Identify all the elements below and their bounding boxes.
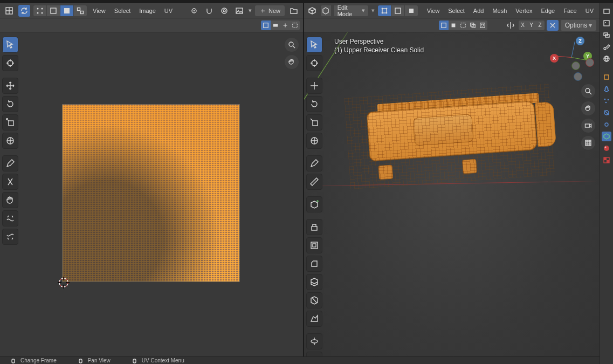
gizmo-z[interactable]: Z [576,37,584,45]
mode-dropdown[interactable]: Edit Mode ▾ [334,5,368,16]
zoom-button-icon[interactable] [285,38,299,52]
uv-display-stretch-icon[interactable] [271,20,280,30]
vp-menu-uv[interactable]: UV [583,8,596,14]
open-image-button[interactable] [288,5,300,17]
options-dropdown[interactable]: Options ▾ [561,20,596,31]
mirror-y[interactable]: Y [527,20,536,30]
prop-scene-icon[interactable] [602,42,611,52]
prop-viewlayer-icon[interactable] [602,30,611,40]
tool-spin[interactable] [306,333,322,349]
tool-move[interactable] [306,78,322,94]
mirror-icon[interactable] [505,19,516,31]
orientation-gizmo[interactable]: X Y Z [550,36,593,79]
pivot-dropdown-icon[interactable] [188,5,200,17]
tool-annotate[interactable] [2,155,18,171]
viewport-3d[interactable]: User Perspective (1) Upper Receiver Clea… [304,32,600,364]
tool-rip[interactable] [2,174,18,190]
tool-measure[interactable] [306,174,322,190]
prop-world-icon[interactable] [602,54,611,64]
editor-type-uv-icon[interactable] [3,5,15,17]
gizmo-neg-z[interactable] [574,72,582,81]
uv-menu-select[interactable]: Select [112,8,134,14]
selmode-vertex-icon[interactable] [378,5,391,16]
uv-display-outline-icon[interactable] [290,20,300,30]
uv-overlay-toggle-icon[interactable] [261,20,271,30]
tool-scale[interactable] [2,114,18,131]
pan-button-icon[interactable] [581,101,595,115]
zoom-button-icon[interactable] [581,84,595,98]
tool-add-cube[interactable] [306,196,322,212]
vp-menu-select[interactable]: Select [445,8,467,14]
mirror-x[interactable]: X [519,20,527,30]
uv-viewport[interactable] [0,32,303,356]
uv-selmode-edge-icon[interactable] [47,5,60,16]
gizmo-x[interactable]: X [550,54,559,63]
show-xray-icon[interactable] [468,20,478,30]
vp-menu-vertex[interactable]: Vertex [513,8,535,14]
tool-cursor[interactable] [2,55,18,71]
new-image-button[interactable]: ＋ New [255,5,285,16]
uv-menu-image[interactable]: Image [136,8,159,14]
mesh-object[interactable] [345,84,555,189]
gizmo-neg-y[interactable] [571,61,580,70]
show-sel-icon[interactable] [449,20,458,30]
prop-particles-icon[interactable] [602,96,611,106]
uv-sync-icon[interactable] [18,5,30,17]
tool-transform[interactable] [2,133,18,149]
uv-island-area[interactable] [63,105,239,281]
tool-move[interactable] [2,78,18,94]
tool-grab[interactable] [2,192,18,208]
prop-modifier-icon[interactable] [602,84,611,94]
prop-data-icon[interactable] [602,132,611,141]
show-whole-icon[interactable] [439,20,449,30]
tool-select-box[interactable] [306,37,322,53]
automerge-toggle-icon[interactable] [547,20,559,31]
camera-button-icon[interactable] [581,119,595,133]
prop-output-icon[interactable] [602,18,611,28]
mode-icon[interactable] [321,5,331,16]
perspective-button-icon[interactable] [581,136,595,150]
tool-knife[interactable] [306,292,322,308]
vp-menu-face[interactable]: Face [561,8,579,14]
mirror-z[interactable]: Z [536,20,545,30]
vp-menu-add[interactable]: Add [471,8,487,14]
vp-menu-mesh[interactable]: Mesh [490,8,509,14]
tool-rotate[interactable] [306,96,322,112]
vp-menu-view[interactable]: View [424,8,443,14]
selmode-face-icon[interactable] [405,5,418,16]
uv-menu-uv[interactable]: UV [162,8,175,14]
tool-transform[interactable] [306,133,322,149]
prop-render-icon[interactable] [602,6,611,16]
image-browse-icon[interactable] [233,5,245,17]
tool-inset[interactable] [306,237,322,253]
uv-selmode-vertex-icon[interactable] [33,5,46,16]
tool-loop-cut[interactable] [306,274,322,290]
snap-toggle-icon[interactable] [203,5,215,17]
tool-extrude[interactable] [306,219,322,235]
prop-constraints-icon[interactable] [602,120,611,129]
tool-annotate[interactable] [306,155,322,171]
prop-material-icon[interactable] [602,143,611,153]
editor-type-3dview-icon[interactable] [307,5,318,17]
prop-texture-icon[interactable] [602,155,611,165]
uv-display-modifier-icon[interactable] [280,20,290,30]
tool-select-box[interactable] [2,37,18,53]
tool-pinch[interactable] [2,229,18,245]
tool-rotate[interactable] [2,96,18,112]
uv-selmode-face-icon[interactable] [60,5,73,16]
pan-button-icon[interactable] [285,55,299,69]
prop-object-icon[interactable] [602,72,611,82]
tool-scale[interactable] [306,114,322,131]
gizmo-neg-x[interactable] [586,58,594,67]
tool-polybuild[interactable] [306,311,322,327]
uv-selmode-island-icon[interactable] [74,5,87,16]
proportional-toggle-icon[interactable] [218,5,230,17]
selmode-edge-icon[interactable] [391,5,404,16]
tool-relax[interactable] [2,210,18,226]
tool-bevel[interactable] [306,256,322,272]
vp-menu-edge[interactable]: Edge [539,8,558,14]
prop-physics-icon[interactable] [602,108,611,118]
show-hidden-icon[interactable] [458,20,468,30]
uv-menu-view[interactable]: View [90,8,108,14]
tool-cursor[interactable] [306,55,322,71]
